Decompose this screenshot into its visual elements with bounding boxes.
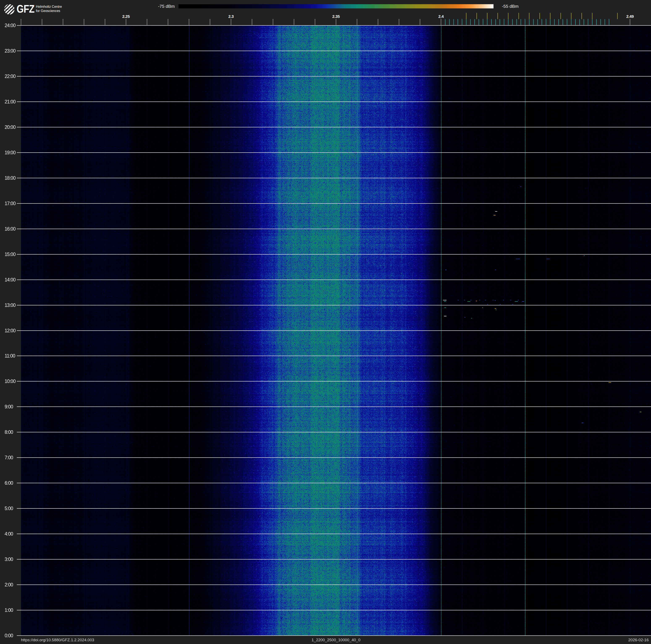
freq-minor-tick <box>189 19 189 25</box>
freq-minor-tick <box>210 19 210 25</box>
hour-label: 9:00 <box>5 404 19 409</box>
ble-channel-tick <box>541 19 542 25</box>
institute-line2: for Geosciences <box>36 9 62 13</box>
hour-label: 11:00 <box>5 353 19 358</box>
freq-minor-tick <box>336 19 336 25</box>
freq-minor-tick <box>63 19 63 25</box>
ble-channel-tick <box>596 19 597 25</box>
hour-label: 14:00 <box>5 277 19 282</box>
hour-label: 10:00 <box>5 379 19 384</box>
ble-channel-tick <box>533 19 534 25</box>
hour-gridline <box>17 305 651 305</box>
ble-channel-tick <box>470 19 471 25</box>
ble-channel-tick <box>571 19 571 25</box>
ble-channel-tick <box>491 19 492 25</box>
ble-channel-tick <box>600 19 601 25</box>
footer-bar: https://doi.org/10.5880/GFZ.1.2.2024.003… <box>0 636 651 644</box>
hour-gridline <box>17 127 651 127</box>
freq-minor-tick <box>84 19 84 25</box>
hour-label: 21:00 <box>5 99 19 104</box>
ble-channel-tick <box>546 19 546 25</box>
institute-line1: Helmholtz Centre <box>36 5 62 9</box>
ble-channel-tick <box>500 19 500 25</box>
freq-axis-label: 2.35 <box>323 14 349 19</box>
wifi-channel-tick <box>497 13 498 19</box>
ble-channel-tick <box>474 19 475 25</box>
wifi-channel-tick <box>519 13 519 19</box>
hour-label: 4:00 <box>5 531 19 536</box>
ble-channel-tick <box>529 19 529 25</box>
wifi-channel-tick <box>582 13 582 19</box>
hour-gridline <box>17 330 651 331</box>
hour-gridline <box>17 25 651 26</box>
ble-channel-tick <box>567 19 567 25</box>
hour-gridline <box>17 178 651 178</box>
hour-gridline <box>17 254 651 255</box>
ble-channel-tick <box>458 19 458 25</box>
ble-channel-tick <box>525 19 525 25</box>
colorbar-max-label: -55 dBm <box>502 4 519 9</box>
wifi-channel-tick <box>508 13 508 19</box>
hour-gridline <box>17 152 651 153</box>
hour-label: 8:00 <box>5 430 19 435</box>
ble-channel-tick <box>592 19 592 25</box>
hour-label: 18:00 <box>5 176 19 180</box>
ble-channel-tick <box>558 19 559 25</box>
hour-label: 12:00 <box>5 328 19 333</box>
ble-channel-tick <box>521 19 521 25</box>
freq-axis-label: 2.4 <box>428 14 454 19</box>
freq-minor-tick <box>630 19 630 25</box>
brand-wordmark: GFZ <box>17 3 34 14</box>
hour-label: 19:00 <box>5 150 19 155</box>
hour-gridline <box>17 457 651 458</box>
ble-channel-tick <box>466 19 466 25</box>
freq-axis-label: 2.3 <box>218 14 244 19</box>
freq-minor-tick <box>378 19 378 25</box>
wifi-channel-tick <box>539 13 540 19</box>
ble-channel-tick <box>550 19 550 25</box>
wifi-channel-tick <box>476 13 477 19</box>
freq-minor-tick <box>126 19 126 25</box>
hour-gridline <box>17 508 651 509</box>
hour-gridline <box>17 407 651 407</box>
hour-label: 13:00 <box>5 303 19 308</box>
hour-gridline <box>17 559 651 559</box>
freq-minor-tick <box>42 19 42 25</box>
ble-channel-tick <box>554 19 555 25</box>
ble-channel-tick <box>487 19 488 25</box>
ble-channel-tick <box>584 19 584 25</box>
hour-label: 5:00 <box>5 506 19 511</box>
ble-channel-tick <box>495 19 496 25</box>
hour-gridline <box>17 432 651 432</box>
freq-minor-tick <box>147 19 147 25</box>
hour-label: 17:00 <box>5 201 19 206</box>
hour-label: 16:00 <box>5 226 19 231</box>
freq-minor-tick <box>252 19 252 25</box>
hour-gridline <box>17 280 651 280</box>
ble-channel-tick <box>512 19 513 25</box>
hour-label: 6:00 <box>5 480 19 486</box>
freq-minor-tick <box>231 19 231 25</box>
footer-date: 2026-02-16 <box>628 637 649 643</box>
freq-minor-tick <box>21 19 21 25</box>
freq-minor-tick <box>420 19 420 25</box>
wifi-channel-tick <box>560 13 561 19</box>
ble-channel-tick <box>504 19 504 25</box>
ble-channel-tick <box>537 19 538 25</box>
hour-gridline <box>17 76 651 77</box>
gfz-logo-icon <box>4 4 14 14</box>
hour-label: 24:00 <box>5 23 19 28</box>
freq-minor-tick <box>315 19 315 25</box>
colorbar-gradient <box>179 4 494 8</box>
hour-label: 7:00 <box>5 455 19 460</box>
hour-gridline <box>17 381 651 381</box>
hour-gridline <box>17 356 651 356</box>
ble-channel-tick <box>563 19 563 25</box>
ble-channel-tick <box>449 19 450 25</box>
hour-gridline <box>17 585 651 585</box>
hour-label: 23:00 <box>5 48 19 53</box>
hour-label: 2:00 <box>5 582 19 587</box>
hour-gridline <box>17 534 651 534</box>
hour-label: 1:00 <box>5 608 19 613</box>
hour-gridline <box>17 610 651 610</box>
